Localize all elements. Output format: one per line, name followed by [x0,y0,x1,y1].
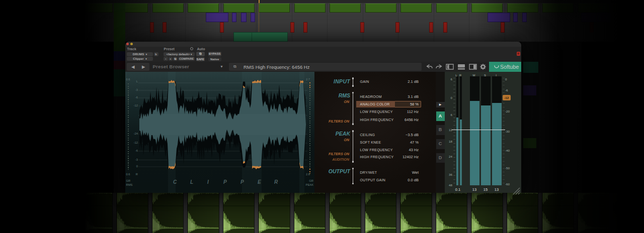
svg-text:Softube: Softube [500,64,519,70]
